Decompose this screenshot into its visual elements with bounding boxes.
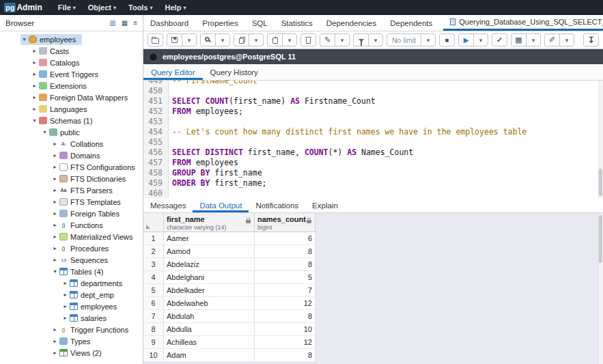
- cell-names-count[interactable]: 12: [255, 336, 315, 349]
- tree-item-trigger-functions[interactable]: ▸Trigger Functions: [0, 324, 143, 335]
- cell-names-count[interactable]: 8: [255, 349, 315, 362]
- cell-names-count[interactable]: 12: [255, 297, 315, 310]
- open-file-button[interactable]: [148, 34, 163, 46]
- limit-select[interactable]: No limit: [387, 34, 421, 46]
- editor-tab-query-history[interactable]: Query History: [203, 64, 266, 80]
- chevron-right-icon[interactable]: ▸: [31, 48, 38, 54]
- chevron-right-icon[interactable]: ▸: [51, 222, 59, 228]
- menu-tools[interactable]: Tools▾: [122, 0, 159, 15]
- execute-options-button[interactable]: [473, 34, 488, 46]
- browser-grid-icon[interactable]: ▦: [122, 19, 128, 27]
- grid-scrollbar-thumb[interactable]: [599, 215, 602, 263]
- limit-options-button[interactable]: [421, 34, 435, 46]
- chevron-right-icon[interactable]: ▸: [31, 59, 38, 66]
- execute-button[interactable]: [459, 34, 473, 46]
- paste-options-button[interactable]: [282, 34, 296, 46]
- browser-menu-icon[interactable]: ≡: [133, 19, 137, 27]
- tree-item-foreign-tables[interactable]: ▸Foreign Tables: [0, 208, 143, 219]
- menu-file[interactable]: File▾: [52, 0, 82, 15]
- cell-names-count[interactable]: 5: [255, 271, 315, 284]
- edit-options-button[interactable]: [335, 34, 349, 46]
- grid-scrollbar[interactable]: [598, 213, 603, 364]
- tab-dashboard[interactable]: Dashboard: [143, 15, 195, 31]
- chevron-right-icon[interactable]: ▸: [31, 71, 38, 77]
- copy-options-button[interactable]: [249, 34, 263, 46]
- tree-item-casts[interactable]: ▸Casts: [0, 45, 143, 57]
- tree-item-collations[interactable]: ▸Collations: [0, 138, 143, 150]
- editor-scrollbar-thumb[interactable]: [599, 169, 602, 196]
- tree-item-catalogs[interactable]: ▸Catalogs: [0, 57, 143, 68]
- chevron-right-icon[interactable]: ▸: [51, 245, 59, 251]
- select-all-cell[interactable]: [143, 213, 164, 232]
- chevron-right-icon[interactable]: ▸: [51, 199, 59, 205]
- chevron-right-icon[interactable]: ▸: [61, 280, 69, 286]
- tree-item-languages[interactable]: ▸Languages: [0, 103, 143, 115]
- tab-properties[interactable]: Properties: [195, 15, 244, 31]
- save-button[interactable]: [167, 34, 182, 46]
- cell-first-name[interactable]: Abdelwaheb: [164, 297, 255, 310]
- chevron-right-icon[interactable]: ▸: [51, 164, 59, 170]
- tab-dependents[interactable]: Dependents: [383, 15, 439, 31]
- menu-object[interactable]: Object▾: [82, 0, 122, 15]
- explain-options-button[interactable]: [526, 34, 540, 46]
- chevron-right-icon[interactable]: ▸: [61, 292, 69, 298]
- tab-dependencies[interactable]: Dependencies: [320, 15, 384, 31]
- chevron-down-icon[interactable]: ▾: [51, 268, 59, 275]
- chevron-down-icon[interactable]: ▾: [41, 129, 48, 135]
- paste-button[interactable]: [268, 34, 282, 46]
- cell-first-name[interactable]: Abdelkader: [164, 284, 255, 297]
- commit-button[interactable]: [492, 34, 507, 46]
- chevron-right-icon[interactable]: ▸: [61, 315, 69, 321]
- tree-item-foreign-data-wrappers[interactable]: ▸Foreign Data Wrappers: [0, 92, 143, 103]
- row-number-cell[interactable]: 6: [143, 297, 164, 310]
- tree-item-public[interactable]: ▾public: [0, 126, 143, 138]
- tree-item-types[interactable]: ▸Types: [0, 335, 143, 347]
- tree-item-fts-templates[interactable]: ▸FTS Templates: [0, 196, 143, 208]
- cell-first-name[interactable]: Achilleas: [164, 336, 255, 349]
- cell-names-count[interactable]: 7: [255, 284, 315, 297]
- chevron-right-icon[interactable]: ▸: [51, 187, 59, 193]
- chevron-right-icon[interactable]: ▸: [51, 338, 59, 344]
- row-number-cell[interactable]: 5: [143, 284, 164, 297]
- row-number-cell[interactable]: 2: [143, 245, 164, 258]
- filter-button[interactable]: [354, 34, 368, 46]
- copy-button[interactable]: [234, 34, 249, 46]
- editor-tab-query-editor[interactable]: Query Editor: [143, 64, 203, 80]
- cell-first-name[interactable]: Abdulla: [164, 323, 255, 336]
- editor-scrollbar[interactable]: [598, 81, 603, 198]
- cell-first-name[interactable]: Aamer: [164, 232, 255, 245]
- tree-item-employees[interactable]: ▾employees: [0, 33, 143, 45]
- cell-names-count[interactable]: 8: [255, 245, 315, 258]
- save-options-button[interactable]: [182, 34, 196, 46]
- tree-item-schemas-1[interactable]: ▾Schemas (1): [0, 115, 143, 126]
- chevron-right-icon[interactable]: ▸: [51, 141, 59, 147]
- chevron-right-icon[interactable]: ▸: [61, 303, 69, 309]
- find-button[interactable]: [201, 34, 215, 46]
- tab-sql-file[interactable]: Querying_Database_Using_SQL_SELECT_State…: [443, 15, 603, 31]
- tree-item-domains[interactable]: ▸Domains: [0, 150, 143, 161]
- chevron-right-icon[interactable]: ▸: [51, 326, 59, 333]
- macros-button[interactable]: [545, 34, 559, 46]
- macros-options-button[interactable]: [559, 34, 574, 46]
- sql-editor[interactable]: 449-- FirstName_Count450451SELECT COUNT(…: [143, 81, 603, 198]
- tree-item-functions[interactable]: ▸Functions: [0, 219, 143, 231]
- chevron-right-icon[interactable]: ▸: [51, 176, 59, 182]
- chevron-down-icon[interactable]: ▾: [31, 117, 38, 124]
- tree-item-salaries[interactable]: ▸salaries: [0, 312, 143, 324]
- output-tab-data-output[interactable]: Data Output: [193, 198, 249, 212]
- chevron-right-icon[interactable]: ▸: [31, 94, 38, 100]
- output-tab-explain[interactable]: Explain: [305, 198, 345, 212]
- row-number-cell[interactable]: 7: [143, 310, 164, 323]
- chevron-right-icon[interactable]: ▸: [51, 257, 59, 263]
- tab-statistics[interactable]: Statistics: [275, 15, 320, 31]
- row-number-cell[interactable]: 4: [143, 271, 164, 284]
- cell-first-name[interactable]: Abdulah: [164, 310, 255, 323]
- output-tab-messages[interactable]: Messages: [143, 198, 193, 212]
- chevron-right-icon[interactable]: ▸: [51, 152, 59, 158]
- tree-item-extensions[interactable]: ▸Extensions: [0, 80, 143, 92]
- filter-options-button[interactable]: [368, 34, 382, 46]
- tree-item-views-2[interactable]: ▸Views (2): [0, 347, 143, 359]
- tab-sql[interactable]: SQL: [245, 15, 275, 31]
- chevron-right-icon[interactable]: ▸: [51, 350, 59, 356]
- cell-first-name[interactable]: Aamod: [164, 245, 255, 258]
